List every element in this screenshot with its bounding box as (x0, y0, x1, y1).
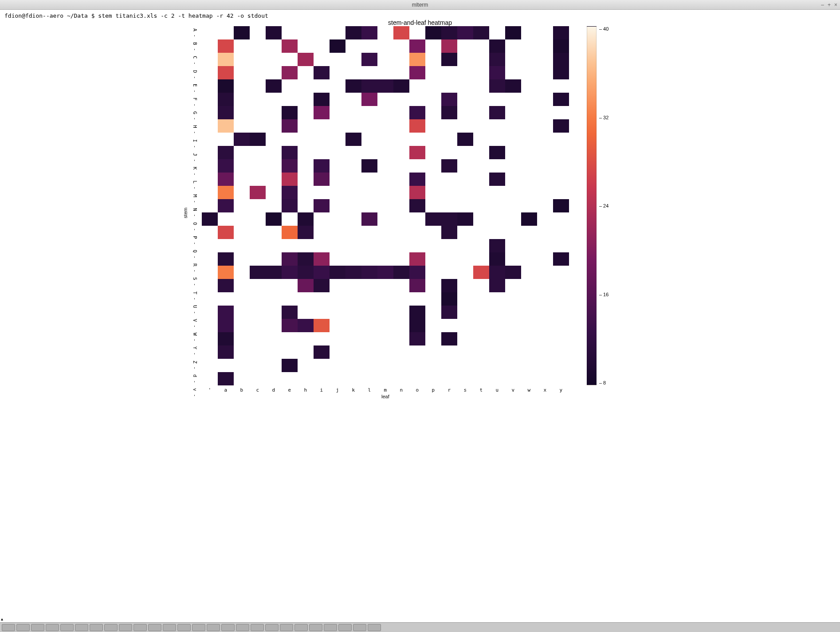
taskbar-item[interactable] (221, 624, 235, 631)
heatmap-cell (409, 26, 425, 39)
heatmap-cell (345, 53, 361, 66)
taskbar-item[interactable] (31, 624, 44, 631)
taskbar-item[interactable] (353, 624, 366, 631)
heatmap-cell (473, 226, 489, 239)
heatmap-cell (473, 372, 489, 385)
heatmap-cell (266, 372, 282, 385)
taskbar-item[interactable] (16, 624, 30, 631)
heatmap-cell (314, 53, 330, 66)
taskbar-item[interactable] (280, 624, 293, 631)
heatmap-cell (473, 39, 489, 53)
taskbar-item[interactable] (368, 624, 381, 631)
heatmap-cell (345, 226, 361, 239)
taskbar-item[interactable] (119, 624, 132, 631)
resize-handle-icon[interactable]: ▴ (1, 616, 3, 621)
heatmap-cell (298, 226, 314, 239)
heatmap-cell (457, 226, 473, 239)
heatmap-cell (234, 212, 250, 226)
window-titlebar: mlterm – + × (0, 0, 840, 10)
window-minimize[interactable]: – (821, 2, 824, 8)
heatmap-cell (521, 39, 537, 53)
taskbar-item[interactable] (148, 624, 161, 631)
heatmap-cell (457, 26, 473, 39)
heatmap-cell (409, 266, 425, 279)
heatmap-cell (234, 66, 250, 79)
heatmap-cell (473, 173, 489, 186)
x-tick-label: w (521, 387, 537, 393)
heatmap-cell (298, 93, 314, 106)
heatmap-cell (521, 266, 537, 279)
heatmap-cell (425, 53, 441, 66)
taskbar-item[interactable] (294, 624, 308, 631)
y-tick-label: R - (188, 263, 201, 272)
heatmap-cell (202, 319, 218, 332)
heatmap-cell (473, 53, 489, 66)
heatmap-cell (202, 199, 218, 212)
heatmap-cell (457, 345, 473, 359)
heatmap-cell (345, 332, 361, 345)
heatmap-cell (489, 119, 505, 133)
taskbar-item[interactable] (2, 624, 15, 631)
heatmap-cell (441, 226, 457, 239)
taskbar-item[interactable] (60, 624, 74, 631)
heatmap-cell (553, 359, 569, 372)
heatmap-cell (521, 146, 537, 159)
heatmap-cell (553, 372, 569, 385)
heatmap-cell (218, 39, 234, 53)
taskbar-item[interactable] (338, 624, 352, 631)
taskbar-item[interactable] (90, 624, 103, 631)
heatmap-cell (202, 93, 218, 106)
heatmap-cell (409, 133, 425, 146)
taskbar-item[interactable] (163, 624, 176, 631)
heatmap-cell (377, 39, 393, 53)
heatmap-cell (505, 226, 521, 239)
y-tick-label: F - (188, 98, 201, 106)
taskbar-item[interactable] (46, 624, 59, 631)
taskbar-item[interactable] (207, 624, 220, 631)
heatmap-cell (234, 239, 250, 252)
heatmap-cell (330, 133, 345, 146)
heatmap-cell (202, 186, 218, 199)
heatmap-cell (489, 106, 505, 119)
heatmap-cell (505, 372, 521, 385)
heatmap-cell (314, 186, 330, 199)
taskbar-item[interactable] (236, 624, 249, 631)
window-maximize[interactable]: + (828, 2, 831, 8)
taskbar-item[interactable] (75, 624, 88, 631)
heatmap-cell (553, 79, 569, 93)
taskbar-item[interactable] (324, 624, 337, 631)
y-tick-label: T - (188, 291, 201, 300)
heatmap-cell (234, 93, 250, 106)
heatmap-cell (250, 266, 266, 279)
heatmap-cell (393, 106, 409, 119)
window-close[interactable]: × (834, 2, 837, 8)
heatmap-cell (425, 345, 441, 359)
taskbar-item[interactable] (104, 624, 118, 631)
heatmap-cell (314, 239, 330, 252)
heatmap-cell (202, 173, 218, 186)
heatmap-cell (218, 146, 234, 159)
heatmap-cell (521, 66, 537, 79)
heatmap-cell (441, 146, 457, 159)
terminal-pane[interactable]: fdion@fdion--aero ~/Data $ stem titanic3… (0, 10, 840, 622)
heatmap-cell (441, 319, 457, 332)
heatmap-cell (409, 79, 425, 93)
heatmap-cell (314, 173, 330, 186)
x-tick-label: o (409, 387, 425, 393)
heatmap-cell (441, 106, 457, 119)
heatmap-cell (377, 252, 393, 266)
heatmap-cell (361, 332, 377, 345)
heatmap-cell (345, 306, 361, 319)
taskbar-item[interactable] (133, 624, 147, 631)
taskbar-item[interactable] (309, 624, 322, 631)
taskbar-item[interactable] (265, 624, 279, 631)
heatmap-cell (457, 133, 473, 146)
heatmap-cell (441, 173, 457, 186)
taskbar-item[interactable] (177, 624, 191, 631)
heatmap-cell (489, 53, 505, 66)
taskbar-item[interactable] (192, 624, 205, 631)
y-tick-label: N - (188, 208, 201, 217)
heatmap-cell (553, 173, 569, 186)
heatmap-cell (250, 226, 266, 239)
taskbar-item[interactable] (251, 624, 264, 631)
